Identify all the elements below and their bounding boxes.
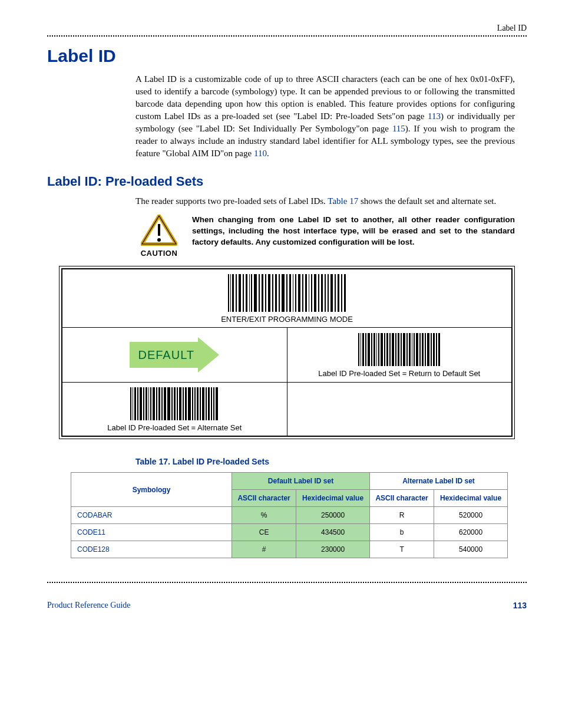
table-header-row-1: Symbology Default Label ID set Alternate… bbox=[71, 473, 508, 490]
svg-rect-4 bbox=[228, 274, 229, 312]
cell-alternate: Label ID Pre-loaded Set = Alternate Set bbox=[62, 383, 287, 436]
th-alt-ascii: ASCII character bbox=[369, 490, 434, 507]
paragraph-preloaded: The reader supports two pre-loaded sets … bbox=[135, 195, 515, 207]
svg-rect-7 bbox=[236, 274, 237, 312]
svg-point-3 bbox=[157, 238, 161, 242]
text: The reader supports two pre-loaded sets … bbox=[135, 196, 328, 206]
svg-rect-67 bbox=[427, 333, 429, 366]
svg-rect-63 bbox=[416, 333, 418, 366]
svg-rect-58 bbox=[403, 333, 405, 366]
caution-icon-column: CAUTION bbox=[135, 215, 183, 258]
link-page-113[interactable]: 113 bbox=[428, 111, 441, 121]
svg-rect-93 bbox=[188, 387, 191, 420]
svg-rect-9 bbox=[243, 274, 244, 312]
caption-enter-exit: ENTER/EXIT PROGRAMMING MODE bbox=[66, 315, 508, 324]
svg-rect-92 bbox=[185, 387, 187, 420]
svg-rect-20 bbox=[279, 274, 280, 312]
svg-rect-103 bbox=[216, 387, 218, 420]
text: . bbox=[267, 149, 269, 158]
cell-a-ascii: T bbox=[369, 541, 434, 558]
cell-a-hex: 520000 bbox=[434, 507, 508, 524]
table-row: CODE128 # 230000 T 540000 bbox=[71, 541, 508, 558]
svg-rect-36 bbox=[330, 274, 333, 312]
cell-a-hex: 540000 bbox=[434, 541, 508, 558]
heading-preloaded-sets: Label ID: Pre-loaded Sets bbox=[47, 174, 527, 189]
footer-page: 113 bbox=[513, 601, 527, 610]
svg-rect-51 bbox=[384, 333, 385, 366]
divider-bottom bbox=[47, 582, 527, 583]
svg-rect-71 bbox=[438, 333, 440, 366]
link-table-17[interactable]: Table 17 bbox=[328, 196, 358, 206]
default-label: DEFAULT bbox=[130, 342, 198, 368]
svg-rect-56 bbox=[398, 333, 399, 366]
svg-rect-31 bbox=[314, 274, 316, 312]
paragraph-intro: A Label ID is a customizable code of up … bbox=[135, 73, 515, 160]
svg-rect-48 bbox=[376, 333, 377, 366]
svg-rect-29 bbox=[309, 274, 309, 312]
svg-rect-96 bbox=[197, 387, 199, 420]
svg-rect-90 bbox=[179, 387, 181, 420]
cell-symbology: CODE11 bbox=[71, 524, 232, 541]
svg-rect-8 bbox=[239, 274, 241, 312]
svg-rect-97 bbox=[200, 387, 201, 420]
svg-rect-65 bbox=[422, 333, 424, 366]
svg-rect-53 bbox=[389, 333, 391, 366]
caution-label: CAUTION bbox=[141, 249, 178, 258]
table-row: CODABAR % 250000 R 520000 bbox=[71, 507, 508, 524]
table-title: Table 17. Label ID Pre-loaded Sets bbox=[135, 457, 527, 466]
svg-rect-66 bbox=[425, 333, 426, 366]
caption-return-default: Label ID Pre-loaded Set = Return to Defa… bbox=[291, 369, 508, 378]
svg-rect-55 bbox=[395, 333, 396, 366]
link-page-110[interactable]: 110 bbox=[254, 149, 267, 158]
barcode-alternate bbox=[130, 387, 219, 420]
svg-rect-85 bbox=[164, 387, 166, 420]
cell-symbology: CODABAR bbox=[71, 507, 232, 524]
th-alt-hex: Hexidecimal value bbox=[434, 490, 508, 507]
barcode-enter-exit bbox=[228, 274, 346, 312]
svg-rect-101 bbox=[211, 387, 212, 420]
svg-rect-28 bbox=[305, 274, 307, 312]
svg-rect-54 bbox=[392, 333, 394, 366]
caption-alternate: Label ID Pre-loaded Set = Alternate Set bbox=[66, 423, 283, 432]
svg-rect-61 bbox=[412, 333, 412, 366]
cell-d-ascii: # bbox=[232, 541, 296, 558]
heading-label-id: Label ID bbox=[47, 46, 527, 66]
svg-rect-81 bbox=[153, 387, 155, 420]
cell-symbology: CODE128 bbox=[71, 541, 232, 558]
svg-rect-99 bbox=[206, 387, 207, 420]
svg-rect-6 bbox=[232, 274, 234, 312]
svg-rect-19 bbox=[275, 274, 277, 312]
svg-rect-15 bbox=[262, 274, 263, 312]
svg-rect-37 bbox=[335, 274, 336, 312]
svg-rect-69 bbox=[433, 333, 435, 366]
svg-rect-34 bbox=[325, 274, 326, 312]
svg-rect-79 bbox=[148, 387, 149, 420]
default-arrow-icon: DEFAULT bbox=[130, 342, 219, 368]
cell-d-hex: 230000 bbox=[296, 541, 370, 558]
svg-rect-46 bbox=[371, 333, 372, 366]
svg-rect-87 bbox=[171, 387, 173, 420]
svg-rect-49 bbox=[378, 333, 379, 366]
svg-rect-17 bbox=[268, 274, 270, 312]
link-page-115[interactable]: 115 bbox=[392, 124, 405, 133]
cell-d-ascii: CE bbox=[232, 524, 296, 541]
svg-rect-62 bbox=[414, 333, 415, 366]
cell-d-hex: 434500 bbox=[296, 524, 370, 541]
divider-top bbox=[47, 35, 527, 37]
th-default-hex: Hexidecimal value bbox=[296, 490, 370, 507]
svg-rect-41 bbox=[358, 333, 359, 366]
cell-default: DEFAULT bbox=[62, 328, 287, 383]
cell-a-ascii: b bbox=[369, 524, 434, 541]
svg-rect-91 bbox=[183, 387, 184, 420]
svg-rect-12 bbox=[251, 274, 252, 312]
svg-rect-60 bbox=[409, 333, 411, 366]
svg-rect-5 bbox=[230, 274, 231, 312]
svg-rect-77 bbox=[143, 387, 144, 420]
svg-rect-98 bbox=[202, 387, 204, 420]
svg-rect-52 bbox=[386, 333, 388, 366]
svg-rect-23 bbox=[289, 274, 291, 312]
cell-a-hex: 620000 bbox=[434, 524, 508, 541]
table-preloaded-sets: Symbology Default Label ID set Alternate… bbox=[71, 472, 508, 558]
svg-rect-75 bbox=[137, 387, 138, 420]
svg-rect-74 bbox=[134, 387, 136, 420]
